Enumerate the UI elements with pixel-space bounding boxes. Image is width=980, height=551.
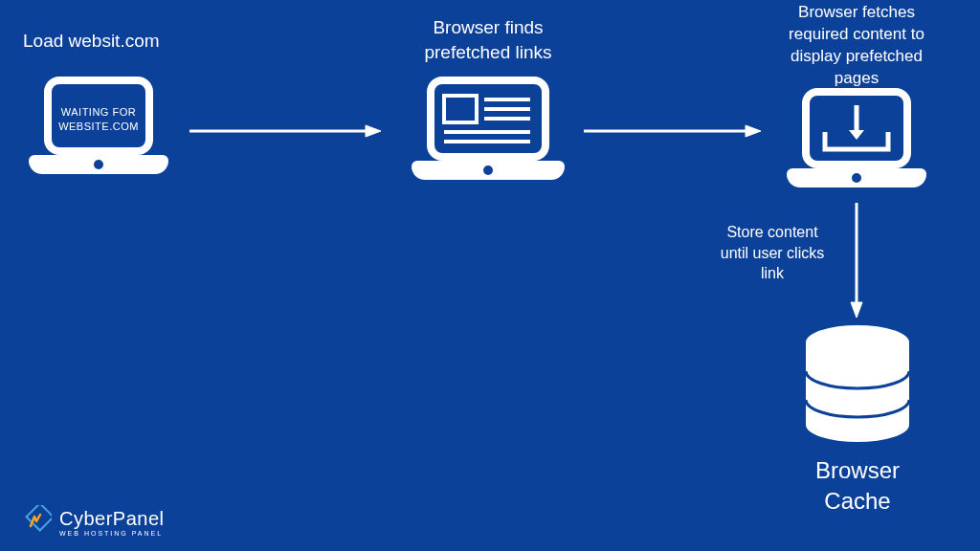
svg-point-1	[94, 160, 103, 169]
brand-name: CyberPanel	[59, 509, 165, 528]
step1-title: Load websit.com	[23, 29, 195, 54]
svg-marker-13	[746, 125, 761, 137]
arrow-right-1-icon	[189, 122, 381, 140]
laptop-links-icon	[412, 75, 565, 186]
svg-marker-17	[849, 130, 864, 140]
laptop-download-icon	[785, 88, 928, 193]
arrow-down-icon	[848, 203, 865, 318]
step2-title: Browser finds prefetched links	[392, 15, 584, 64]
brand-logo: CyberPanel WEB HOSTING PANEL	[17, 505, 165, 540]
laptop-screen-text: WAITING FOR WEBSITE.COM	[52, 105, 145, 135]
cache-title: Browser Cache	[777, 455, 938, 518]
svg-point-5	[483, 165, 493, 175]
arrow-right-2-icon	[584, 122, 761, 140]
svg-marker-19	[851, 302, 862, 318]
step3-title: Browser fetches required content to disp…	[756, 2, 957, 90]
database-icon	[796, 325, 919, 448]
logo-icon	[17, 505, 52, 540]
svg-rect-6	[444, 96, 477, 122]
store-label: Store content until user clicks link	[702, 222, 842, 284]
svg-point-15	[852, 173, 861, 183]
brand-tagline: WEB HOSTING PANEL	[59, 530, 165, 537]
svg-marker-3	[366, 125, 381, 137]
